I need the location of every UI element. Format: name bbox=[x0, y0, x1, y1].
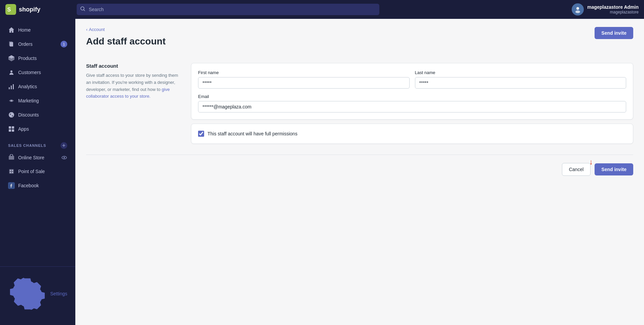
sidebar-item-online-store-label: Online Store bbox=[18, 155, 44, 160]
sidebar-item-analytics-label: Analytics bbox=[18, 84, 37, 89]
sidebar-bottom: Settings bbox=[0, 266, 75, 321]
svg-rect-22 bbox=[10, 172, 11, 173]
send-invite-bottom-button[interactable]: Send invite bbox=[595, 163, 633, 175]
sidebar-item-customers[interactable]: Customers bbox=[3, 66, 73, 79]
permissions-row: This staff account will have full permis… bbox=[198, 131, 626, 137]
marketing-icon bbox=[8, 97, 15, 104]
sidebar-item-settings[interactable]: Settings bbox=[3, 271, 73, 317]
sidebar-item-orders[interactable]: Orders 1 bbox=[3, 37, 73, 51]
user-store: mageplazastore bbox=[587, 10, 639, 14]
logo[interactable]: S shopify bbox=[5, 4, 73, 15]
svg-rect-15 bbox=[9, 129, 11, 132]
search-input[interactable] bbox=[77, 4, 379, 15]
cancel-button[interactable]: Cancel bbox=[562, 163, 591, 176]
form-section-title: Staff account bbox=[86, 63, 180, 69]
shopify-logo-icon: S bbox=[5, 4, 16, 15]
apps-icon bbox=[8, 126, 15, 132]
email-group: Email bbox=[198, 94, 626, 112]
search-wrapper bbox=[77, 4, 379, 15]
send-invite-top-button[interactable]: Send invite bbox=[595, 27, 633, 39]
svg-rect-23 bbox=[12, 170, 13, 171]
sidebar-item-discounts[interactable]: Discounts bbox=[3, 108, 73, 122]
email-input[interactable] bbox=[198, 101, 626, 112]
sidebar-item-apps[interactable]: Apps bbox=[3, 122, 73, 136]
breadcrumb[interactable]: ‹ Account bbox=[86, 27, 165, 32]
sidebar-item-apps-label: Apps bbox=[18, 126, 29, 132]
sidebar-item-pos-label: Point of Sale bbox=[18, 169, 45, 174]
search-icon bbox=[80, 6, 85, 13]
sidebar: Home Orders 1 Products Customers Analyti… bbox=[0, 19, 75, 325]
last-name-input[interactable] bbox=[415, 77, 627, 89]
home-icon bbox=[8, 27, 15, 33]
logo-text: shopify bbox=[19, 6, 40, 13]
user-info: mageplazastore Admin mageplazastore bbox=[587, 4, 639, 14]
email-label: Email bbox=[198, 94, 626, 99]
last-name-label: Last name bbox=[415, 70, 627, 75]
sidebar-item-products[interactable]: Products bbox=[3, 52, 73, 65]
first-name-input[interactable] bbox=[198, 77, 410, 89]
sidebar-item-facebook-label: Facebook bbox=[18, 183, 39, 188]
svg-rect-11 bbox=[13, 84, 14, 89]
sidebar-item-products-label: Products bbox=[18, 56, 37, 61]
online-store-icon bbox=[8, 154, 15, 161]
full-permissions-checkbox[interactable] bbox=[198, 131, 204, 137]
sidebar-item-home-label: Home bbox=[18, 27, 31, 33]
svg-rect-20 bbox=[9, 169, 14, 174]
sidebar-item-pos[interactable]: Point of Sale bbox=[3, 165, 73, 178]
sales-channels-label: SALES CHANNELS bbox=[8, 143, 46, 148]
svg-rect-14 bbox=[12, 126, 14, 129]
avatar[interactable] bbox=[572, 3, 584, 15]
pos-icon bbox=[8, 168, 15, 175]
layout: Home Orders 1 Products Customers Analyti… bbox=[0, 19, 644, 325]
svg-rect-7 bbox=[10, 42, 13, 46]
sidebar-item-orders-label: Orders bbox=[18, 41, 33, 47]
svg-rect-16 bbox=[12, 129, 14, 132]
breadcrumb-arrow: ‹ bbox=[86, 27, 87, 32]
svg-rect-10 bbox=[11, 86, 12, 89]
page-header: ‹ Account Add staff account Send invite bbox=[86, 27, 633, 55]
sidebar-item-home[interactable]: Home bbox=[3, 23, 73, 37]
svg-point-19 bbox=[64, 157, 65, 158]
svg-rect-24 bbox=[12, 172, 13, 173]
first-name-group: First name bbox=[198, 70, 410, 89]
top-nav: S shopify mageplazastore Admin mageplaza… bbox=[0, 0, 644, 19]
permissions-card: This staff account will have full permis… bbox=[191, 124, 633, 144]
title-area: ‹ Account Add staff account bbox=[86, 27, 165, 55]
settings-label: Settings bbox=[50, 291, 67, 296]
user-area: mageplazastore Admin mageplazastore bbox=[572, 3, 639, 15]
svg-point-8 bbox=[10, 70, 12, 72]
sidebar-item-marketing-label: Marketing bbox=[18, 98, 39, 103]
add-channel-button[interactable]: + bbox=[61, 142, 67, 149]
svg-rect-17 bbox=[9, 156, 14, 160]
sidebar-item-marketing[interactable]: Marketing bbox=[3, 94, 73, 107]
svg-point-4 bbox=[576, 7, 579, 10]
sales-channels-header: SALES CHANNELS + bbox=[3, 139, 73, 151]
svg-rect-9 bbox=[9, 87, 10, 89]
svg-rect-13 bbox=[9, 126, 11, 129]
form-section: Staff account Give staff access to your … bbox=[86, 63, 633, 155]
sidebar-item-customers-label: Customers bbox=[18, 70, 41, 75]
sidebar-item-facebook[interactable]: Facebook bbox=[3, 179, 73, 192]
svg-line-3 bbox=[84, 10, 85, 11]
sidebar-item-discounts-label: Discounts bbox=[18, 112, 39, 118]
svg-point-12 bbox=[11, 100, 12, 101]
form-description-text: Give staff access to your store by sendi… bbox=[86, 72, 180, 100]
sidebar-item-online-store[interactable]: Online Store bbox=[3, 151, 73, 164]
discounts-icon bbox=[8, 111, 15, 118]
form-card: First name Last name Email bbox=[191, 63, 633, 120]
sidebar-item-analytics[interactable]: Analytics bbox=[3, 80, 73, 93]
svg-rect-21 bbox=[10, 170, 11, 171]
products-icon bbox=[8, 55, 15, 62]
last-name-group: Last name bbox=[415, 70, 627, 89]
form-description: Staff account Give staff access to your … bbox=[86, 63, 180, 144]
facebook-icon bbox=[8, 182, 15, 189]
orders-badge: 1 bbox=[61, 41, 67, 47]
user-name: mageplazastore Admin bbox=[587, 4, 639, 10]
page-title: Add staff account bbox=[86, 36, 165, 47]
svg-text:S: S bbox=[7, 7, 11, 12]
main-content: ‹ Account Add staff account Send invite … bbox=[75, 19, 644, 325]
first-name-label: First name bbox=[198, 70, 410, 75]
settings-icon bbox=[8, 274, 47, 313]
red-arrow-indicator: ↓ bbox=[589, 158, 593, 166]
eye-icon bbox=[61, 155, 67, 161]
